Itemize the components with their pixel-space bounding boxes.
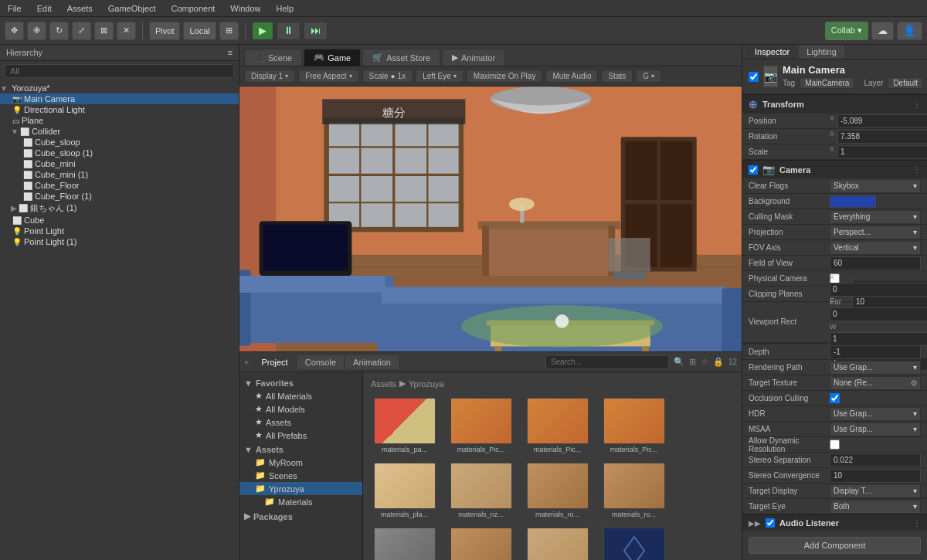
file-item[interactable]: materials_tan [597,524,671,560]
cloud-button[interactable]: ☁ [871,22,894,40]
menu-help[interactable]: Help [273,2,297,15]
stereo-conv-value[interactable] [830,469,921,483]
tab-console[interactable]: Console [297,355,344,369]
camera-header[interactable]: 📷 Camera ⋮ [742,160,927,178]
tree-item[interactable]: ⬜Cube_Floor [0,180,239,191]
file-item[interactable]: materials_Side [368,524,441,560]
collab-button[interactable]: Collab ▾ [825,22,868,40]
tree-item[interactable]: 📷Main Camera [0,93,239,104]
position-x[interactable] [837,114,927,128]
favorites-all-materials[interactable]: ★ All Materials [239,389,362,402]
file-item[interactable]: materials_pa... [368,395,441,456]
background-color[interactable] [830,195,876,208]
object-active-checkbox[interactable] [749,72,759,82]
clear-flags-value[interactable]: Skybox ▾ [830,179,921,193]
culling-mask-value[interactable]: Everything ▾ [830,210,921,224]
tool-rotate[interactable]: ↻ [49,22,69,40]
vp-x[interactable] [830,283,927,297]
display-selector[interactable]: Display 1 ▾ [244,70,295,83]
tree-item[interactable]: ▼⬜Collider [0,126,239,137]
tree-item[interactable]: ⬜Cube_mini [0,158,239,169]
depth-value[interactable] [830,345,921,359]
file-item[interactable]: materials_sw... [521,524,594,560]
assets-yprozuya[interactable]: 📁 Yprozuya [239,482,362,495]
eye-selector[interactable]: Left Eye ▾ [416,70,464,83]
tab-project[interactable]: Project [253,355,295,369]
tree-item[interactable]: ⬜Cube [0,215,239,226]
object-tag[interactable]: MainCamera [800,77,854,89]
assets-section[interactable]: ▼ Assets [239,442,362,456]
camera-active[interactable] [749,165,758,175]
tool-hand[interactable]: ✥ [5,22,24,40]
file-item[interactable]: materials_Pic... [597,395,671,456]
tree-item[interactable]: ▭Plane [0,115,239,126]
favorites-all-models[interactable]: ★ All Models [239,402,362,416]
tab-animator[interactable]: ▶ Animator [442,49,505,66]
hierarchy-search-input[interactable] [5,64,234,78]
pivot-button[interactable]: Pivot [149,22,180,40]
tab-animation[interactable]: Animation [345,355,399,369]
msaa-value[interactable]: Use Grap... ▾ [830,423,921,436]
breadcrumb-assets[interactable]: Assets [371,379,396,389]
file-item[interactable]: materials_sw... [444,524,518,560]
tree-item[interactable]: ▼Yorozuya* [0,83,239,93]
tree-item[interactable]: 💡Point Light (1) [0,236,239,247]
favorites-all-prefabs[interactable]: ★ All Prefabs [239,429,362,442]
project-search[interactable] [545,355,669,369]
file-item[interactable]: materials_pla... [368,460,441,521]
menu-window[interactable]: Window [227,2,263,15]
file-item[interactable]: materials_Pic... [444,395,518,456]
lock-icon[interactable]: 🔒 [713,357,724,367]
fov-axis-value[interactable]: Vertical ▾ [830,241,921,255]
tab-asset-store[interactable]: 🛒 Asset Store [362,49,440,66]
target-eye-value[interactable]: Both ▾ [830,500,921,514]
add-component-button[interactable]: Add Component [749,537,921,554]
packages-section[interactable]: ▶ Packages [239,508,362,523]
rotation-x[interactable] [837,130,927,144]
tree-item[interactable]: ▶⬜銀ちゃん (1) [0,202,239,215]
menu-file[interactable]: File [5,2,25,15]
camera-options[interactable]: ⋮ [913,165,921,174]
scale-control[interactable]: Scale ● 1x [362,70,413,83]
rendering-path-value[interactable]: Use Grap... ▾ [830,361,921,375]
options-icon[interactable]: ⊞ [689,357,696,367]
menu-edit[interactable]: Edit [34,2,55,15]
tree-item[interactable]: 💡Directional Light [0,104,239,115]
local-button[interactable]: Local [183,22,216,40]
projection-value[interactable]: Perspect... ▾ [830,226,921,239]
hierarchy-options[interactable]: ≡ [228,48,233,57]
stereo-sep-value[interactable] [830,453,921,467]
menu-gameobject[interactable]: GameObject [105,2,159,15]
assets-scenes[interactable]: 📁 Scenes [239,469,362,482]
tool-move[interactable]: ✙ [27,22,46,40]
tab-scene[interactable]: ⬛ Scene [244,49,302,66]
audio-options[interactable]: ⋮ [913,519,921,528]
transform-options[interactable]: ⋮ [913,100,921,109]
account-button[interactable]: 👤 [897,22,922,40]
add-tab-btn[interactable]: + [244,358,249,367]
play-button[interactable]: ▶ [252,22,273,40]
menu-assets[interactable]: Assets [64,2,96,15]
target-texture-value[interactable]: None (Re... ⊙ [830,376,921,390]
tool-scale[interactable]: ⤢ [72,22,91,40]
file-item[interactable]: materials_ro... [521,460,594,521]
tree-item[interactable]: 💡Point Light [0,226,239,236]
assets-materials[interactable]: 📁 Materials [239,495,362,508]
aspect-selector[interactable]: Free Aspect ▾ [298,70,358,83]
tab-inspector[interactable]: Inspector [747,45,797,59]
allow-dynamic-checkbox[interactable] [830,440,840,450]
occlusion-culling-checkbox[interactable] [830,393,840,403]
tree-item[interactable]: ⬜Cube_Floor (1) [0,191,239,202]
tool-transform[interactable]: ✕ [117,22,136,40]
fov-value[interactable] [830,256,921,270]
mute-audio-btn[interactable]: Mute Audio [545,70,598,83]
favorites-section[interactable]: ▼ Favorites [239,375,362,389]
search-icon[interactable]: 🔍 [674,357,684,367]
breadcrumb-yprozuya[interactable]: Yprozuya [409,379,444,389]
scale-x[interactable] [837,145,927,159]
tool-rect[interactable]: ⊠ [94,22,114,40]
maximize-btn[interactable]: Maximize On Play [467,70,543,83]
pause-button[interactable]: ⏸ [277,22,301,40]
audio-listener-header[interactable]: ▶▶ Audio Listener ⋮ [742,514,927,531]
file-item[interactable]: materials_riz... [444,460,518,521]
